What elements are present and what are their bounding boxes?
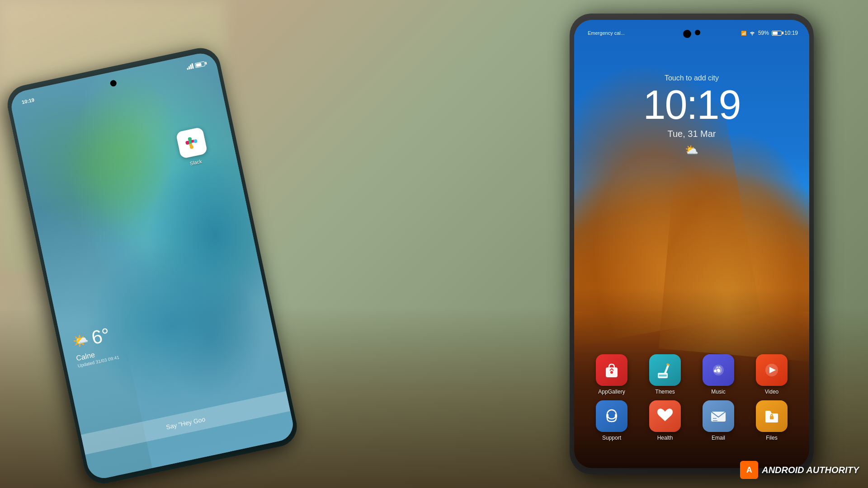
email-app[interactable]: Email: [694, 400, 742, 441]
aa-text: ANDROID AUTHORITY: [762, 465, 859, 475]
clock-widget: Touch to add city 10:19 Tue, 31 Mar ⛅: [574, 74, 809, 156]
themes-app[interactable]: Themes: [641, 354, 689, 395]
svg-rect-18: [606, 414, 609, 418]
video-icon-svg: [762, 360, 782, 380]
wifi-icon: [749, 30, 755, 36]
android-authority-watermark: A ANDROID AUTHORITY: [740, 461, 859, 479]
phone-right-huawei: Emergency cal... 📶 59% 10:19 Touch to ad…: [570, 14, 814, 474]
right-time: 10:19: [784, 30, 798, 36]
support-label: Support: [602, 435, 621, 441]
music-icon[interactable]: [703, 354, 734, 386]
files-label: Files: [766, 435, 777, 441]
clock-date: Tue, 31 Mar: [574, 129, 809, 139]
email-icon[interactable]: [703, 400, 734, 432]
right-phone-screen: Emergency cal... 📶 59% 10:19 Touch to ad…: [574, 20, 809, 468]
email-label: Email: [712, 435, 725, 441]
search-text: Say "Hey Goo: [165, 415, 206, 431]
emergency-call: Emergency cal...: [588, 30, 625, 36]
svg-rect-10: [666, 363, 670, 366]
music-app[interactable]: Music: [694, 354, 742, 395]
app-grid: AppGallery Themes: [583, 354, 800, 441]
temperature: 6°: [90, 324, 112, 349]
huawei-camera-punch-holes: [683, 30, 700, 38]
files-icon-svg: [762, 406, 782, 426]
health-app[interactable]: Health: [641, 400, 689, 441]
appgallery-label: AppGallery: [598, 389, 625, 395]
svg-rect-2: [193, 139, 198, 143]
clock-weather: ⛅: [574, 144, 809, 156]
main-camera-hole: [683, 30, 691, 38]
battery-percent: 59%: [758, 30, 769, 36]
themes-icon-svg: [655, 360, 675, 380]
clock-time: 10:19: [574, 84, 809, 125]
video-icon[interactable]: [756, 354, 788, 386]
svg-rect-19: [615, 414, 617, 418]
svg-point-17: [607, 410, 616, 419]
email-icon-svg: [708, 406, 728, 426]
themes-label: Themes: [655, 389, 675, 395]
health-label: Health: [657, 435, 673, 441]
support-icon[interactable]: [596, 400, 627, 432]
files-app[interactable]: Files: [748, 400, 796, 441]
video-label: Video: [765, 389, 778, 395]
music-icon-svg: [708, 360, 728, 380]
files-icon[interactable]: [756, 400, 788, 432]
appgallery-app[interactable]: AppGallery: [588, 354, 636, 395]
health-icon[interactable]: [649, 400, 681, 432]
appgallery-icon[interactable]: [596, 354, 627, 386]
add-city-text[interactable]: Touch to add city: [574, 74, 809, 82]
appgallery-icon-svg: [602, 361, 621, 380]
music-label: Music: [711, 389, 725, 395]
svg-rect-11: [659, 375, 667, 376]
secondary-camera-hole: [695, 30, 700, 35]
health-icon-svg: [655, 406, 675, 426]
themes-icon[interactable]: [649, 354, 681, 386]
aa-letter: A: [746, 465, 752, 475]
aa-logo-icon: A: [740, 461, 758, 479]
support-app[interactable]: Support: [588, 400, 636, 441]
video-app[interactable]: Video: [748, 354, 796, 395]
svg-point-8: [610, 371, 613, 374]
support-icon-svg: [602, 406, 622, 426]
svg-rect-23: [770, 416, 774, 419]
